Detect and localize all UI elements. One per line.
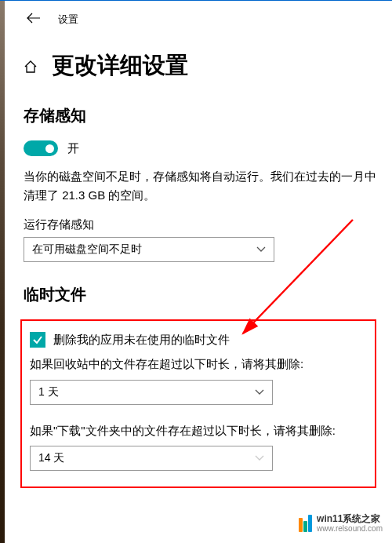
header-bar: 设置 <box>0 0 392 36</box>
storage-sense-toggle-label: 开 <box>67 141 79 156</box>
downloads-label: 如果"下载"文件夹中的文件存在超过以下时长，请将其删除: <box>30 422 367 440</box>
top-accent-line <box>0 0 392 1</box>
chevron-down-icon <box>256 246 266 253</box>
toggle-knob <box>45 144 54 153</box>
downloads-select[interactable]: 14 天 <box>30 446 273 471</box>
recycle-bin-label: 如果回收站中的文件存在超过以下时长，请将其删除: <box>30 355 367 374</box>
run-storage-sense-select[interactable]: 在可用磁盘空间不足时 <box>24 237 274 262</box>
highlight-box: 删除我的应用未在使用的临时文件 如果回收站中的文件存在超过以下时长，请将其删除:… <box>20 319 376 488</box>
chevron-down-icon <box>255 455 264 461</box>
home-icon[interactable] <box>24 60 38 77</box>
temp-files-section: 临时文件 <box>0 284 392 305</box>
watermark-line1: win11系统之家 <box>317 513 383 524</box>
watermark: win11系统之家 www.relsound.com <box>299 513 383 534</box>
storage-sense-title: 存储感知 <box>24 105 376 126</box>
watermark-logo <box>299 515 312 532</box>
header-title: 设置 <box>58 13 78 27</box>
downloads-select-value: 14 天 <box>38 451 64 465</box>
storage-sense-description: 当你的磁盘空间不足时，存储感知将自动运行。我们在过去的一月中清理了 21.3 G… <box>24 167 376 205</box>
storage-sense-toggle[interactable] <box>24 140 58 156</box>
run-select-value: 在可用磁盘空间不足时 <box>32 242 142 257</box>
back-arrow-icon[interactable] <box>24 9 44 30</box>
run-storage-sense-label: 运行存储感知 <box>24 217 376 232</box>
page-title-row: 更改详细设置 <box>0 36 392 105</box>
page-title: 更改详细设置 <box>52 50 188 82</box>
storage-sense-section: 存储感知 开 当你的磁盘空间不足时，存储感知将自动运行。我们在过去的一月中清理了… <box>0 105 392 262</box>
storage-sense-toggle-row: 开 <box>24 140 376 156</box>
delete-temp-checkbox-row: 删除我的应用未在使用的临时文件 <box>30 332 367 348</box>
watermark-text: win11系统之家 www.relsound.com <box>317 513 383 534</box>
temp-files-title: 临时文件 <box>24 284 376 305</box>
chevron-down-icon <box>255 389 264 395</box>
left-edge-decoration <box>0 0 5 543</box>
delete-temp-label: 删除我的应用未在使用的临时文件 <box>53 333 230 348</box>
delete-temp-checkbox[interactable] <box>30 332 45 348</box>
watermark-line2: www.relsound.com <box>317 524 383 534</box>
recycle-bin-select[interactable]: 1 天 <box>30 380 273 405</box>
recycle-select-value: 1 天 <box>38 385 59 399</box>
